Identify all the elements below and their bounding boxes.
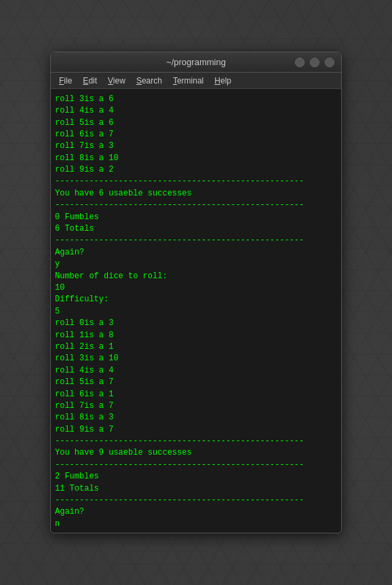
terminal-window: ~/programming File Edit View Search Term…: [50, 52, 342, 533]
terminal-line: roll 9is a 2: [55, 164, 337, 176]
terminal-line: 0 Fumbles: [55, 212, 337, 223]
terminal-line: Again?: [55, 506, 337, 518]
close-button[interactable]: [325, 58, 334, 67]
menu-help[interactable]: Help: [209, 75, 237, 87]
terminal-line: roll 6is a 1: [55, 389, 337, 400]
terminal-line: You have 9 usaeble successes: [55, 447, 337, 459]
terminal-line: You have 6 usaeble successes: [55, 188, 337, 200]
terminal-line: roll 2is a 8: [55, 89, 337, 94]
terminal-line: Difficulty:: [55, 294, 337, 305]
terminal-line: roll 7is a 3: [55, 140, 337, 152]
terminal-line: roll 5is a 7: [55, 377, 337, 388]
terminal-output[interactable]: Number of dice to roll:10Difficulty:5rol…: [51, 89, 341, 533]
terminal-line: 2 Fumbles: [55, 471, 337, 483]
window-title: ~/programming: [166, 57, 226, 67]
terminal-line: roll 0is a 3: [55, 318, 337, 329]
terminal-line: ----------------------------------------…: [55, 176, 337, 187]
menu-edit[interactable]: Edit: [77, 75, 102, 87]
maximize-button[interactable]: [310, 58, 319, 67]
terminal-line: Again?: [55, 247, 337, 259]
terminal-line: 5: [55, 306, 337, 318]
minimize-button[interactable]: [295, 58, 305, 67]
terminal-line: ----------------------------------------…: [55, 436, 337, 447]
terminal-line: roll 8is a 10: [55, 153, 337, 164]
terminal-line: roll 9is a 7: [55, 424, 337, 436]
terminal-line: roll 6is a 7: [55, 129, 337, 140]
terminal-line: 11 Totals: [55, 483, 337, 495]
terminal-line: ----------------------------------------…: [55, 200, 337, 211]
terminal-line: ----------------------------------------…: [55, 495, 337, 506]
window-controls: [295, 58, 334, 67]
terminal-line: roll 4is a 4: [55, 105, 337, 117]
terminal-line: y: [55, 259, 337, 270]
menubar: File Edit View Search Terminal Help: [51, 73, 341, 89]
terminal-line: n: [55, 518, 337, 530]
terminal-line: roll 3is a 6: [55, 94, 337, 105]
menu-terminal[interactable]: Terminal: [168, 75, 209, 87]
menu-file[interactable]: File: [54, 75, 77, 87]
menu-view[interactable]: View: [102, 75, 131, 87]
terminal-container: Number of dice to roll:10Difficulty:5rol…: [51, 89, 341, 533]
terminal-line: ----------------------------------------…: [55, 235, 337, 246]
terminal-line: roll 5is a 6: [55, 117, 337, 129]
terminal-line: roll 3is a 10: [55, 353, 337, 364]
terminal-line: Number of dice to roll:: [55, 271, 337, 282]
terminal-line: roll 1is a 8: [55, 330, 337, 341]
terminal-line: ----------------------------------------…: [55, 459, 337, 471]
menu-search[interactable]: Search: [131, 75, 168, 87]
terminal-line: roll 8is a 3: [55, 412, 337, 423]
terminal-line: 10: [55, 282, 337, 294]
terminal-line: 6 Totals: [55, 223, 337, 235]
terminal-line: roll 2is a 1: [55, 341, 337, 353]
terminal-line: roll 7is a 7: [55, 400, 337, 412]
terminal-line: roll 4is a 4: [55, 365, 337, 377]
titlebar: ~/programming: [51, 52, 341, 73]
